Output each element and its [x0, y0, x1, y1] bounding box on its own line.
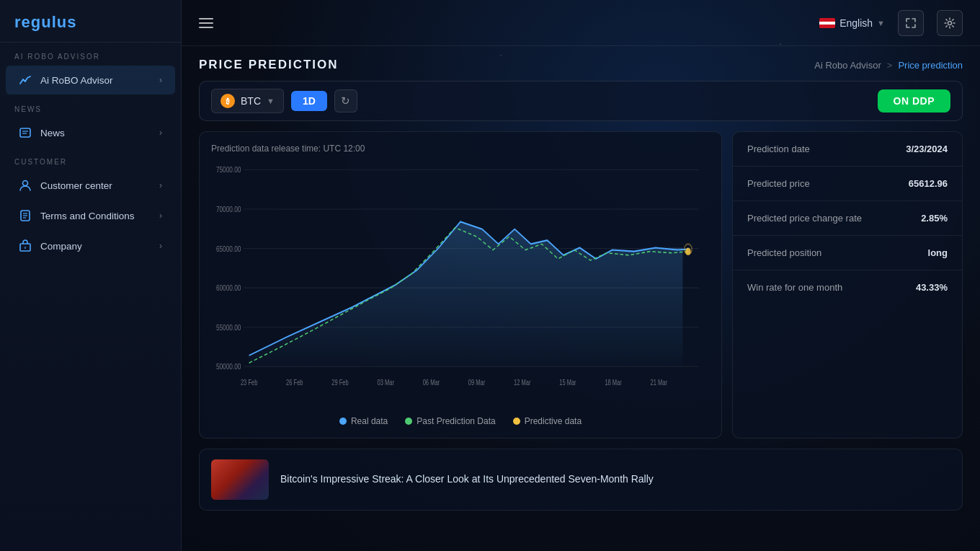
breadcrumb-current: Price prediction [898, 60, 963, 71]
news-thumbnail [211, 459, 269, 500]
breadcrumb: Ai Robo Advisor > Price prediction [814, 60, 963, 71]
news-section: Bitcoin's Impressive Streak: A Closer Lo… [199, 449, 963, 511]
refresh-icon: ↻ [341, 94, 350, 107]
news-section-label: NEWS [0, 95, 181, 118]
sidebar-item-news[interactable]: News › [6, 118, 175, 147]
svg-point-10 [948, 21, 952, 25]
prediction-date-label: Prediction date [747, 144, 810, 154]
fullscreen-button[interactable] [898, 10, 924, 36]
company-chevron-icon: › [159, 241, 162, 251]
svg-text:03 Mar: 03 Mar [377, 379, 393, 387]
flag-icon [819, 18, 835, 28]
chart-legend: Real data Past Prediction Data Predictiv… [211, 416, 710, 426]
customer-section-label: CUSTOMER [0, 148, 181, 170]
coin-selector[interactable]: ₿ BTC ▼ [211, 89, 284, 113]
btc-icon: ₿ [220, 94, 235, 108]
predicted-position-row: Predicted position long [733, 236, 962, 270]
predicted-price-change-value: 2.85% [921, 213, 948, 224]
svg-text:50000.00: 50000.00 [216, 362, 241, 371]
page-content-area: PRICE PREDICTION Ai Robo Advisor > Price… [182, 46, 980, 551]
terms-icon [19, 209, 32, 222]
page-title: PRICE PREDICTION [199, 58, 339, 72]
app-logo: regulus [14, 13, 166, 32]
svg-text:60000.00: 60000.00 [216, 283, 241, 293]
main-content: English ▼ PRICE PREDICTION Ai Robo Advis… [182, 0, 980, 551]
sidebar-item-customer-left: Customer center [19, 179, 112, 192]
sidebar-item-news-label: News [40, 128, 65, 138]
sidebar-item-ai-robo-left: Ai RoBO Advisor [19, 74, 113, 87]
language-label: English [839, 17, 873, 29]
sidebar-item-company[interactable]: Company › [6, 232, 175, 260]
predicted-position-label: Predicted position [747, 247, 821, 258]
ai-robo-icon [19, 74, 32, 87]
news-item-title: Bitcoin's Impressive Streak: A Closer Lo… [280, 472, 654, 487]
legend-predictive-data-label: Predictive data [525, 416, 582, 426]
svg-text:70000.00: 70000.00 [216, 205, 241, 214]
prediction-panel: Prediction date 3/23/2024 Predicted pric… [732, 131, 963, 438]
svg-text:21 Mar: 21 Mar [651, 379, 667, 387]
ddp-button[interactable]: ON DDP [878, 89, 950, 113]
period-1d-button[interactable]: 1D [291, 91, 327, 111]
svg-text:65000.00: 65000.00 [216, 244, 241, 253]
svg-text:23 Feb: 23 Feb [241, 379, 257, 387]
win-rate-label: Win rate for one month [747, 282, 842, 293]
legend-past-prediction: Past Prediction Data [405, 416, 495, 426]
svg-point-3 [23, 181, 28, 186]
sidebar-logo-area: regulus [0, 0, 181, 43]
sidebar-item-terms[interactable]: Terms and Conditions › [6, 201, 175, 230]
chart-release-time: Prediction data release time: UTC 12:00 [211, 144, 710, 154]
predicted-price-row: Predicted price 65612.96 [733, 167, 962, 201]
sidebar-item-customer-center[interactable]: Customer center › [6, 171, 175, 200]
news-thumb-image [211, 459, 269, 500]
ai-robo-chevron-icon: › [159, 75, 162, 85]
coin-label: BTC [241, 95, 261, 107]
predicted-price-label: Predicted price [747, 178, 810, 189]
settings-button[interactable] [937, 10, 963, 36]
legend-predictive-data-dot [513, 418, 520, 425]
ai-robo-section-label: AI ROBO ADVISOR [0, 43, 181, 65]
sidebar-item-company-label: Company [40, 241, 82, 252]
win-rate-value: 43.33% [916, 282, 948, 293]
legend-real-data-dot [339, 418, 347, 425]
chart-svg-area: 75000.00 70000.00 65000.00 60000.00 5500… [211, 162, 710, 407]
predicted-price-change-label: Predicted price change rate [747, 213, 862, 224]
sidebar-item-ai-robo[interactable]: Ai RoBO Advisor › [6, 66, 175, 94]
svg-text:06 Mar: 06 Mar [423, 379, 440, 387]
sidebar-item-customer-label: Customer center [40, 180, 112, 191]
news-item[interactable]: Bitcoin's Impressive Streak: A Closer Lo… [200, 449, 962, 510]
news-icon [19, 126, 32, 139]
svg-rect-0 [20, 128, 30, 137]
topnav-right: English ▼ [819, 10, 963, 36]
legend-real-data: Real data [339, 416, 388, 426]
svg-text:09 Mar: 09 Mar [468, 379, 485, 387]
customer-chevron-icon: › [159, 180, 162, 190]
hamburger-menu-button[interactable] [199, 18, 213, 28]
price-chart-svg: 75000.00 70000.00 65000.00 60000.00 5500… [211, 162, 710, 407]
chart-toolbar: ₿ BTC ▼ 1D ↻ ON DDP [199, 81, 963, 121]
svg-text:15 Mar: 15 Mar [559, 379, 576, 387]
breadcrumb-separator: > [887, 60, 893, 71]
page-header: PRICE PREDICTION Ai Robo Advisor > Price… [199, 46, 963, 81]
topnav-left [199, 18, 213, 28]
svg-text:55000.00: 55000.00 [216, 323, 241, 332]
hamburger-line-2 [199, 22, 213, 24]
customer-center-icon [19, 179, 32, 192]
legend-past-prediction-label: Past Prediction Data [416, 416, 495, 426]
prediction-date-value: 3/23/2024 [906, 144, 948, 154]
language-selector[interactable]: English ▼ [819, 17, 885, 29]
chart-section: Prediction data release time: UTC 12:00 [199, 131, 963, 438]
prediction-date-row: Prediction date 3/23/2024 [733, 132, 962, 167]
language-chevron-icon: ▼ [877, 19, 885, 27]
svg-text:29 Feb: 29 Feb [331, 379, 348, 387]
sidebar-item-ai-robo-label: Ai RoBO Advisor [40, 75, 113, 86]
sidebar: regulus AI ROBO ADVISOR Ai RoBO Advisor … [0, 0, 182, 551]
refresh-button[interactable]: ↻ [334, 89, 357, 113]
svg-text:12 Mar: 12 Mar [514, 379, 530, 387]
coin-dropdown-icon: ▼ [267, 97, 275, 105]
terms-chevron-icon: › [159, 211, 162, 221]
breadcrumb-parent: Ai Robo Advisor [814, 60, 881, 71]
hamburger-line-3 [199, 27, 213, 28]
svg-text:26 Feb: 26 Feb [286, 379, 303, 387]
sidebar-item-news-left: News [19, 126, 65, 139]
sidebar-item-company-left: Company [19, 239, 82, 252]
